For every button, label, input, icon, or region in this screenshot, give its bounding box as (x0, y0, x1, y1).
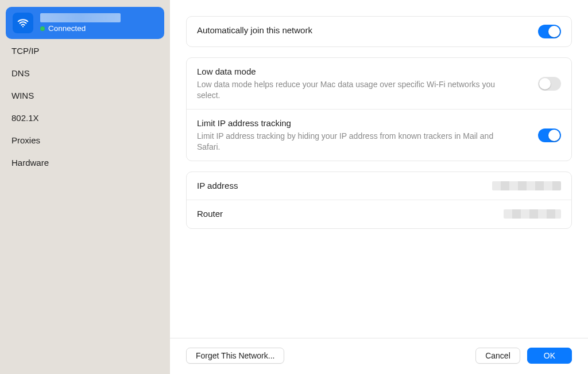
router-value-redacted (504, 209, 561, 219)
sidebar-item-tcpip[interactable]: TCP/IP (6, 40, 164, 61)
wifi-icon (13, 13, 33, 33)
svg-point-0 (22, 26, 24, 27)
router-label: Router (197, 208, 223, 220)
sidebar-item-dns[interactable]: DNS (6, 63, 164, 84)
sidebar-item-8021x[interactable]: 802.1X (6, 107, 164, 128)
card-address: IP address Router (186, 172, 572, 229)
main-panel: Automatically join this network Low data… (170, 0, 588, 374)
sidebar-item-proxies[interactable]: Proxies (6, 130, 164, 151)
low-data-toggle[interactable] (538, 77, 561, 91)
wifi-network-name-redacted (40, 13, 121, 22)
limit-ip-label: Limit IP address tracking (197, 118, 496, 129)
sidebar-item-wins[interactable]: WINS (6, 85, 164, 106)
ok-button[interactable]: OK (527, 348, 572, 364)
ip-address-value-redacted (492, 181, 561, 190)
auto-join-toggle[interactable] (538, 25, 561, 38)
sidebar: Connected TCP/IP DNS WINS 802.1X Proxies… (0, 0, 170, 374)
card-privacy: Low data mode Low data mode helps reduce… (186, 57, 572, 161)
auto-join-label: Automatically join this network (197, 25, 312, 36)
sidebar-item-hardware[interactable]: Hardware (6, 152, 164, 173)
wifi-summary[interactable]: Connected (6, 7, 164, 39)
footer-bar: Forget This Network... Cancel OK (170, 338, 588, 374)
limit-ip-desc: Limit IP address tracking by hiding your… (197, 131, 496, 153)
low-data-label: Low data mode (197, 66, 496, 77)
ip-address-label: IP address (197, 180, 238, 192)
status-dot-icon (40, 26, 45, 31)
wifi-status-text: Connected (48, 24, 86, 33)
card-auto-join: Automatically join this network (186, 16, 572, 47)
low-data-desc: Low data mode helps reduce your Mac data… (197, 79, 496, 101)
cancel-button[interactable]: Cancel (475, 348, 520, 364)
limit-ip-toggle[interactable] (538, 128, 561, 142)
forget-network-button[interactable]: Forget This Network... (186, 348, 284, 364)
